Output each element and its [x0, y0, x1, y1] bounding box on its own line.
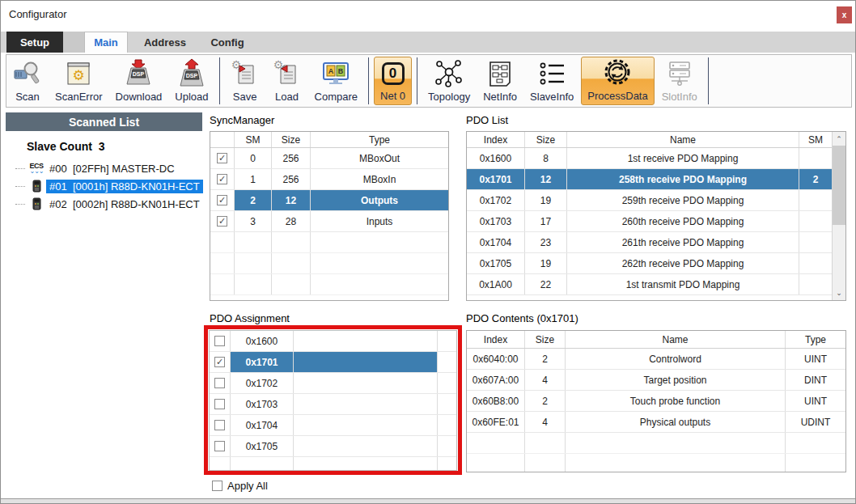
- tab-bar: Setup Main Address Config: [1, 32, 855, 53]
- row-checkbox[interactable]: [214, 336, 225, 346]
- row-checkbox[interactable]: [214, 399, 225, 409]
- compare-b-text: B: [338, 67, 344, 75]
- table-row[interactable]: 0x1703: [210, 394, 456, 415]
- pdo-list-scrollbar[interactable]: ⌃ ⌄: [832, 132, 845, 300]
- load-icon: ⚙: [273, 58, 302, 89]
- tab-main[interactable]: Main: [84, 32, 128, 53]
- net0-button[interactable]: 0 Net 0: [374, 57, 412, 105]
- upload-button[interactable]: DSP Upload: [169, 57, 214, 105]
- row-checkbox[interactable]: ✓: [217, 174, 227, 184]
- processdata-icon: [601, 56, 634, 88]
- toolbar-separator: [417, 57, 417, 104]
- table-row[interactable]: 0x1705: [210, 436, 456, 457]
- table-row[interactable]: 0x6040:00 2 Controlword UINT: [467, 349, 845, 370]
- svg-text:⚙: ⚙: [73, 68, 85, 83]
- scroll-up-icon[interactable]: ⌃: [833, 133, 845, 146]
- toolbar-separator: [708, 57, 709, 104]
- scroll-thumb[interactable]: [833, 146, 845, 225]
- slaveinfo-label: SlaveInfo: [530, 91, 574, 103]
- toolbar-separator: [368, 57, 369, 104]
- netinfo-icon: [486, 58, 514, 89]
- table-row-selected[interactable]: ✓ 0x1701: [210, 352, 456, 373]
- table-row-selected[interactable]: 0x1701 12 258th receive PDO Mapping 2: [467, 169, 832, 190]
- table-row[interactable]: ✓ 3 28 Inputs: [210, 211, 448, 232]
- apply-all-label: Apply All: [227, 480, 268, 492]
- window-bottom-edge: [1, 498, 855, 503]
- close-button[interactable]: x: [837, 6, 852, 23]
- tab-setup[interactable]: Setup: [6, 32, 63, 53]
- table-row[interactable]: 0x1704: [210, 415, 456, 436]
- titlebar: Configurator x: [1, 1, 855, 30]
- table-row[interactable]: 0x1A00 22 1st transmit PDO Mapping: [467, 274, 832, 295]
- slotinfo-label: SlotInfo: [662, 91, 697, 103]
- table-row[interactable]: 0x607A:00 4 Target position DINT: [467, 370, 845, 391]
- pdo-contents-table: Index Size Name Type 0x6040:00 2 Control…: [466, 330, 846, 472]
- table-row[interactable]: 0x1600 8 1st receive PDO Mapping: [467, 148, 832, 169]
- tab-spacer: [63, 32, 84, 53]
- upload-label: Upload: [175, 91, 208, 103]
- table-row[interactable]: 0x1702 19 259th receive PDO Mapping: [467, 190, 832, 211]
- tree-item-master[interactable]: ECS ⌄⌄⌄ #00 [02FFh] MASTER-DC: [15, 159, 202, 177]
- table-row[interactable]: 0x60FE:01 4 Physical outputs UDINT: [467, 412, 845, 433]
- pdo-assignment-title: PDO Assignment: [210, 312, 290, 324]
- window-title: Configurator: [9, 8, 67, 20]
- scanerror-icon: ⚙: [66, 58, 91, 89]
- slotinfo-icon: [665, 58, 694, 89]
- topology-button[interactable]: Topology: [422, 57, 476, 105]
- download-dsp-icon: DSP: [125, 58, 152, 89]
- row-checkbox[interactable]: ✓: [217, 195, 227, 205]
- compare-a-text: A: [328, 67, 334, 75]
- table-row[interactable]: 0x1704 23 261th receive PDO Mapping: [467, 232, 832, 253]
- download-label: Download: [116, 91, 163, 103]
- table-row-selected[interactable]: ✓ 2 12 Outputs: [210, 190, 448, 211]
- scroll-down-icon[interactable]: ⌄: [833, 286, 845, 299]
- tab-config[interactable]: Config: [203, 32, 252, 53]
- table-row[interactable]: 0x60B8:00 2 Touch probe function UINT: [467, 391, 845, 412]
- table-row[interactable]: ✓ 1 256 MBoxIn: [210, 169, 448, 190]
- table-row[interactable]: 0x1702: [210, 373, 456, 394]
- save-label: Save: [233, 91, 257, 103]
- empty-row: [210, 232, 448, 253]
- row-checkbox[interactable]: ✓: [217, 153, 227, 163]
- scan-label: Scan: [15, 91, 40, 103]
- load-button[interactable]: ⚙ Load: [267, 57, 307, 105]
- tree-item-label: #00 [02FFh] MASTER-DC: [46, 162, 178, 176]
- table-row[interactable]: ✓ 0 256 MBoxOut: [210, 148, 448, 169]
- compare-button[interactable]: A B Compare: [309, 57, 363, 105]
- apply-all-checkbox[interactable]: [212, 481, 222, 491]
- scan-button[interactable]: Scan: [7, 57, 48, 105]
- upload-dsp-icon: DSP: [178, 58, 206, 89]
- scanerror-label: ScanError: [55, 91, 103, 103]
- dsp-label-text: DSP: [133, 71, 145, 77]
- slotinfo-button[interactable]: SlotInfo: [656, 57, 703, 105]
- processdata-button[interactable]: ProcessData: [581, 57, 654, 105]
- tree-item-slave-01[interactable]: #01 [0001h] R88D-KN01H-ECT: [15, 177, 202, 195]
- table-row[interactable]: 0x1705 19 262th receive PDO Mapping: [467, 253, 832, 274]
- row-checkbox[interactable]: [214, 420, 225, 430]
- tab-address[interactable]: Address: [137, 32, 193, 53]
- ecs-master-icon: ECS ⌄⌄⌄: [27, 163, 46, 174]
- slaveinfo-button[interactable]: SlaveInfo: [524, 57, 579, 105]
- compare-icon: A B: [320, 58, 351, 89]
- download-button[interactable]: DSP Download: [110, 57, 168, 105]
- row-checkbox[interactable]: [214, 441, 225, 451]
- syncmanager-table: SM Size Type ✓ 0 256 MBoxOut ✓ 1 256 MBo…: [210, 131, 449, 301]
- netinfo-button[interactable]: NetInfo: [477, 57, 523, 105]
- net0-icon: 0: [382, 59, 405, 88]
- row-checkbox[interactable]: [214, 378, 225, 388]
- tree-item-slave-02[interactable]: #02 [0002h] R88D-KN01H-ECT: [15, 195, 202, 213]
- table-row[interactable]: 0x1600: [210, 331, 456, 352]
- table-row[interactable]: 0x1703 17 260th receive PDO Mapping: [467, 211, 832, 232]
- pdo-assignment-table: 0x1600 ✓ 0x1701 0x1702 0x1703 0x1704: [209, 330, 457, 471]
- scanned-list-header: Scanned List: [6, 112, 202, 131]
- netinfo-label: NetInfo: [483, 91, 517, 103]
- row-checkbox[interactable]: ✓: [217, 216, 227, 227]
- save-button[interactable]: ⚙ Save: [225, 57, 265, 105]
- scanned-list-panel: Scanned List Slave Count 3 ECS ⌄⌄⌄ #00 […: [6, 112, 202, 498]
- syncmanager-title: SyncManager: [210, 114, 274, 126]
- drive-icon: [27, 180, 46, 193]
- empty-row: [210, 457, 456, 471]
- scanerror-button[interactable]: ⚙ ScanError: [49, 57, 108, 105]
- empty-row: [210, 253, 448, 274]
- row-checkbox[interactable]: ✓: [214, 357, 225, 367]
